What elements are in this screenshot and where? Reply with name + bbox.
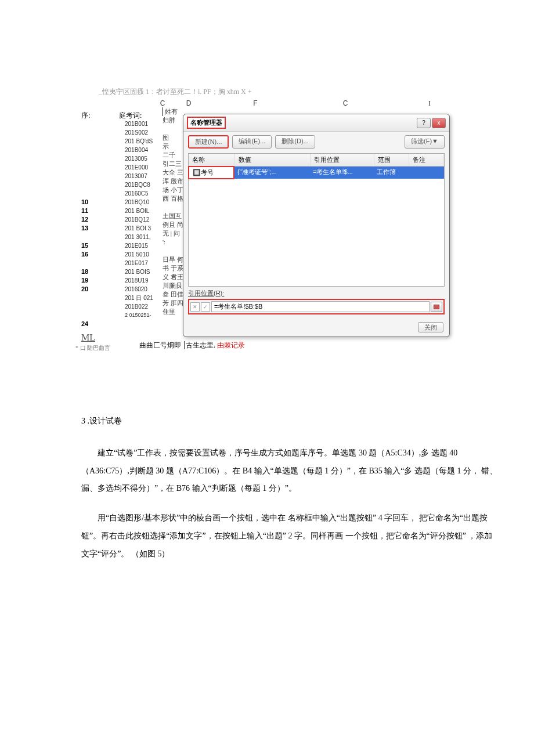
name-cell: 无 | 问 (163, 229, 183, 238)
name-cell: 叁 田佳 (163, 290, 183, 299)
name-cell: 土国互 (163, 212, 183, 220)
names-header: 姓有 (163, 107, 183, 116)
document-body: 3 .设计试卷 建立“试卷”工作表，按需要设置试卷，序号生成方式如题库序号。单选… (81, 413, 499, 563)
code-cell: 201BQC8 (125, 180, 153, 189)
row-value: {"准考证号";... (234, 167, 309, 179)
ref-section: 引用位置(R): ✕ ✓ =考生名单!$B:$B (188, 289, 445, 314)
sheet-tab[interactable]: 古生志里. (186, 341, 215, 349)
accept-icon[interactable]: ✓ (201, 302, 210, 312)
code-cell: 20160C5 (125, 189, 153, 198)
code-cell: 201 BOIL (125, 207, 153, 215)
row-num (81, 233, 88, 241)
names-list: 名称 数值 引用位置 范围 备注 🔲考号 {"准考证号";... =考生名单!$… (188, 153, 445, 287)
code-cell: 201E015 (125, 241, 153, 250)
code-cell: 201BQ12 (125, 215, 153, 224)
row-num: 10 (81, 198, 88, 207)
name-cell: 隹里 (163, 308, 183, 316)
row-num: 19 (81, 276, 88, 285)
dialog-title: 名称管理器 (187, 117, 226, 129)
code-cell: 201 BOIS (125, 267, 153, 276)
row-num: 16 (81, 250, 88, 259)
list-header: 名称 数值 引用位置 范围 备注 (189, 154, 444, 167)
name-cell: 川廉|艮 (163, 281, 183, 290)
col-d: D (168, 99, 209, 108)
column-headers: C D F C I (81, 99, 482, 108)
code-cell: 201BQ10 (125, 198, 153, 207)
ml-label: ML (81, 332, 95, 343)
col-note[interactable]: 备注 (409, 154, 444, 166)
name-cell: 芳 肛四 (163, 299, 183, 308)
code-cell: 2013007 (125, 172, 153, 180)
row-num: 18 (81, 267, 88, 276)
col-c: C (81, 99, 168, 108)
help-icon[interactable]: ? (417, 118, 431, 128)
code-cell: 201 日 021 (125, 294, 153, 302)
list-row[interactable]: 🔲考号 {"准考证号";... =考生名单!$... 工作簿 (189, 167, 444, 179)
name-cell: 二千 (163, 151, 183, 160)
ref-input[interactable]: =考生名单!$B:$B (211, 301, 430, 312)
filter-button[interactable]: 筛选(F)▼ (405, 135, 445, 149)
name-cell (163, 203, 183, 212)
name-cell: 归胖 (163, 116, 183, 125)
name-cell: 大全 三 (163, 168, 183, 177)
col-f: F (209, 99, 302, 108)
code-cell: 201B004 (125, 146, 153, 154)
row-num: 15 (81, 241, 88, 250)
ref-label: 引用位置(R): (188, 289, 445, 298)
row-num: 13 (81, 224, 88, 233)
code-cell: 2013005 (125, 154, 153, 163)
code-cell: 201 5010 (125, 250, 153, 259)
dialog-toolbar: 新建(N)... 编辑(E)... 删除(D)... 筛选(F)▼ (183, 132, 449, 152)
code-cell: 201E017 (125, 259, 153, 267)
row-numbers: 10 11 12 13 15 16 18 19 20 24 (81, 198, 88, 328)
paragraph: 建立“试卷”工作表，按需要设置试卷，序号生成方式如题库序号。单选题 30 题（A… (81, 444, 499, 498)
sheet-tab[interactable]: 由棘记录 (217, 341, 245, 349)
row-num: 24 (81, 320, 88, 328)
col-i: I (389, 99, 470, 108)
names-column: 姓有 归胖 图 示 二千 引二三 大全 三 浑 殷市 场 小丁 西 百格 土国互… (163, 107, 183, 316)
delete-button[interactable]: 删除(D)... (275, 135, 315, 149)
cancel-icon[interactable]: ✕ (190, 302, 200, 312)
col-c2: C (302, 99, 389, 108)
footer-note: * 口 陆巴曲言 (75, 344, 110, 352)
name-cell: 日旱 何 (163, 255, 183, 264)
col-value[interactable]: 数值 (235, 154, 311, 166)
col-scope[interactable]: 范围 (374, 154, 409, 166)
row-num: 12 (81, 215, 88, 224)
new-button[interactable]: 新建(N)... (188, 135, 229, 149)
dialog-titlebar: 名称管理器 ? x (183, 114, 449, 132)
name-cell: 场 小丁 (163, 186, 183, 194)
codes-column: 201B001 201S002 201 BQ'dS 201B004 201300… (125, 120, 153, 320)
row-scope: 工作簿 (373, 167, 408, 179)
name-cell (163, 247, 183, 255)
close-icon[interactable]: x (432, 118, 446, 128)
name-cell: 示 (163, 142, 183, 151)
name-cell: 书 于系 (163, 264, 183, 273)
sheet-tab[interactable]: 曲曲匚号炯即 (139, 341, 181, 349)
name-manager-dialog: 名称管理器 ? x 新建(N)... 编辑(E)... 删除(D)... 筛选(… (183, 114, 450, 337)
row-name: 🔲考号 (188, 166, 234, 179)
name-cell: 引二三 (163, 160, 183, 168)
name-cell: 图 (163, 133, 183, 142)
code-cell: 201S002 (125, 128, 153, 137)
range-picker-icon[interactable] (431, 302, 442, 312)
name-cell: 义 君王 (163, 273, 183, 281)
paragraph: 用“自选图形/基本形状”中的棱台画一个按钮，选中在 名称框中输入“出题按钮” 4… (81, 509, 499, 563)
close-button[interactable]: 关闭 (418, 322, 443, 332)
col-ref[interactable]: 引用位置 (311, 154, 374, 166)
name-cell: 浑 殷市 (163, 177, 183, 186)
code-cell: 201 BQ'dS (125, 137, 153, 146)
code-cell: 201E000 (125, 163, 153, 172)
name-cell: 例且 尚 (163, 220, 183, 229)
code-cell: 2016020 (125, 285, 153, 294)
row-ref: =考生名单!$... (309, 167, 373, 179)
edit-button[interactable]: 编辑(E)... (232, 135, 272, 149)
row-num: 11 (81, 207, 88, 215)
row-num: 20 (81, 285, 88, 294)
code-cell: 201B001 (125, 120, 153, 128)
code-cell: 201 BOI 3 (125, 224, 153, 233)
sheet-tabs: 曲曲匚号炯即 古生志里. 由棘记录 (139, 341, 245, 350)
code-cell: 201B022 (125, 302, 153, 311)
name-cell: ': (163, 238, 183, 247)
col-name[interactable]: 名称 (189, 154, 235, 166)
